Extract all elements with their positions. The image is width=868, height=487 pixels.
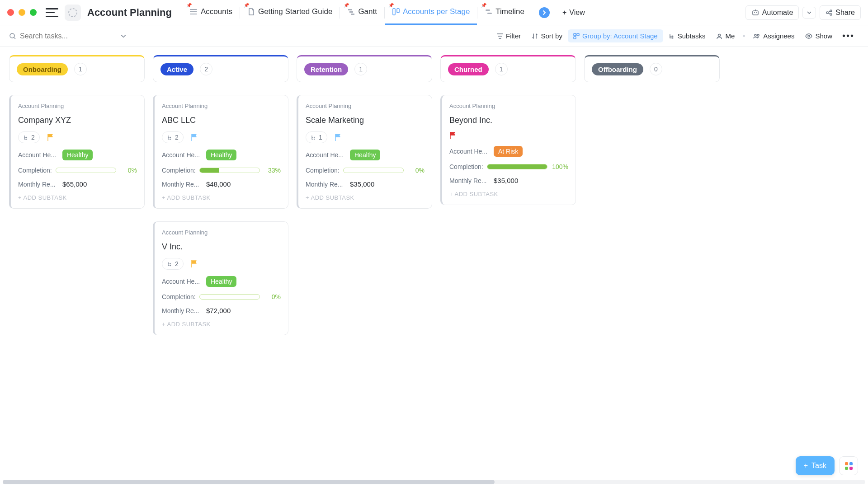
search-box[interactable] [9,32,127,40]
add-view-button[interactable]: + View [557,6,590,19]
more-options-button[interactable]: ••• [838,31,859,41]
apps-grid-icon [845,462,853,470]
fab-row: + Task [796,456,858,475]
automate-label: Automate [762,9,793,17]
svg-rect-24 [574,37,576,39]
toolbar: Filter Sort by Group by: Account Stage S… [0,25,868,47]
search-input[interactable] [20,32,117,40]
task-card[interactable]: Account Planning ABC LLC 2 Account He...… [153,95,288,209]
add-subtask-button[interactable]: + ADD SUBTASK [18,194,137,201]
add-subtask-button[interactable]: + ADD SUBTASK [449,191,568,197]
tab-getting-started-guide[interactable]: 📌 Getting Started Guide [240,0,340,25]
tab-gantt[interactable]: 📌 Gantt [340,0,384,25]
automate-button[interactable]: Automate [745,5,799,20]
task-card[interactable]: Account Planning Beyond Inc. Account He.… [440,95,576,205]
apps-button[interactable] [839,456,858,475]
expand-views-icon[interactable] [539,7,550,18]
completion-label: Completion: [162,167,196,174]
branch-icon [167,261,172,267]
subtasks-button[interactable]: Subtasks [663,29,711,42]
app-logo-icon[interactable] [65,5,81,21]
breadcrumb: Account Planning [162,103,281,109]
task-card[interactable]: Account Planning Scale Marketing 1 Accou… [297,95,432,209]
svg-rect-22 [574,33,576,36]
revenue-row: Monthly Re... $65,000 [18,180,137,188]
show-button[interactable]: Show [800,29,838,42]
column-header[interactable]: Offboarding 0 [584,55,720,82]
me-button[interactable]: Me [711,29,740,42]
task-card[interactable]: Account Planning Company XYZ 2 Account H… [9,95,145,209]
filter-button[interactable]: Filter [491,29,526,42]
branch-icon [167,135,172,140]
count-badge: 1 [495,63,508,75]
group-label: Group by: Account Stage [582,32,658,40]
svg-rect-6 [351,14,354,15]
card-title: V Inc. [162,242,281,252]
svg-rect-11 [753,11,758,15]
subtask-count-chip[interactable]: 2 [18,131,40,143]
subtask-count-chip[interactable]: 2 [162,131,184,143]
assignees-button[interactable]: Assignees [748,29,800,42]
chevron-down-icon[interactable] [120,33,127,39]
svg-point-26 [672,37,673,38]
task-card[interactable]: Account Planning V Inc. 2 Account He... … [153,221,288,335]
count-badge: 0 [650,63,662,75]
stage-pill: Onboarding [17,63,68,75]
column-header[interactable]: Active 2 [153,55,288,82]
maximize-window-icon[interactable] [30,9,37,16]
subtask-count-chip[interactable]: 2 [162,258,184,270]
subtask-count-chip[interactable]: 1 [306,131,327,143]
add-subtask-button[interactable]: + ADD SUBTASK [162,321,281,328]
svg-line-18 [828,11,830,12]
add-subtask-button[interactable]: + ADD SUBTASK [306,194,425,201]
pin-icon: 📌 [186,3,192,8]
completion-label: Completion: [162,293,196,300]
column-active: Active 2 Account Planning ABC LLC 2 Acco… [153,55,288,471]
completion-percent: 0% [264,293,281,300]
flag-icon[interactable] [335,133,342,141]
menu-icon[interactable] [46,8,58,17]
minimize-window-icon[interactable] [19,9,25,16]
sort-label: Sort by [541,32,562,40]
add-subtask-button[interactable]: + ADD SUBTASK [162,194,281,201]
health-row: Account He... Healthy [18,150,137,160]
flag-icon[interactable] [191,260,198,268]
horizontal-scrollbar[interactable] [3,480,865,484]
card-title: Company XYZ [18,116,137,125]
new-task-button[interactable]: + Task [796,456,835,475]
plus-icon: + [804,462,808,470]
column-header[interactable]: Retention 1 [297,55,432,82]
branch-icon [23,135,28,140]
count-badge: 1 [354,63,367,75]
me-label: Me [725,32,735,40]
person-icon [716,33,722,39]
breadcrumb: Account Planning [18,103,137,109]
column-header[interactable]: Onboarding 1 [9,55,145,82]
completion-percent: 0% [120,167,137,174]
sort-button[interactable]: Sort by [526,29,568,42]
meta-row: 2 [18,131,137,143]
close-window-icon[interactable] [7,9,14,16]
tabs: 📌 Accounts📌 Getting Started Guide📌 Gantt… [183,0,532,25]
flag-icon[interactable] [191,133,198,141]
branch-icon [311,135,316,140]
progress-bar [487,164,547,169]
group-by-button[interactable]: Group by: Account Stage [568,29,663,42]
share-button[interactable]: Share [820,5,861,20]
subtasks-icon [669,33,675,39]
completion-percent: 100% [551,163,568,170]
separator-dot [743,35,745,37]
flag-icon[interactable] [47,133,54,141]
health-label: Account He... [162,151,203,159]
robot-icon [751,9,760,17]
tab-accounts-per-stage[interactable]: 📌 Accounts per Stage [385,0,477,25]
topbar: Account Planning 📌 Accounts📌 Getting Sta… [0,0,868,25]
svg-point-13 [756,12,757,13]
completion-row: Completion: 0% [18,167,137,174]
column-header[interactable]: Churned 1 [440,55,576,82]
automate-dropdown-button[interactable] [802,7,816,19]
tab-timeline[interactable]: 📌 Timeline [477,0,532,25]
flag-icon[interactable] [449,131,457,140]
tab-accounts[interactable]: 📌 Accounts [183,0,240,25]
meta-row: 2 [162,258,281,270]
